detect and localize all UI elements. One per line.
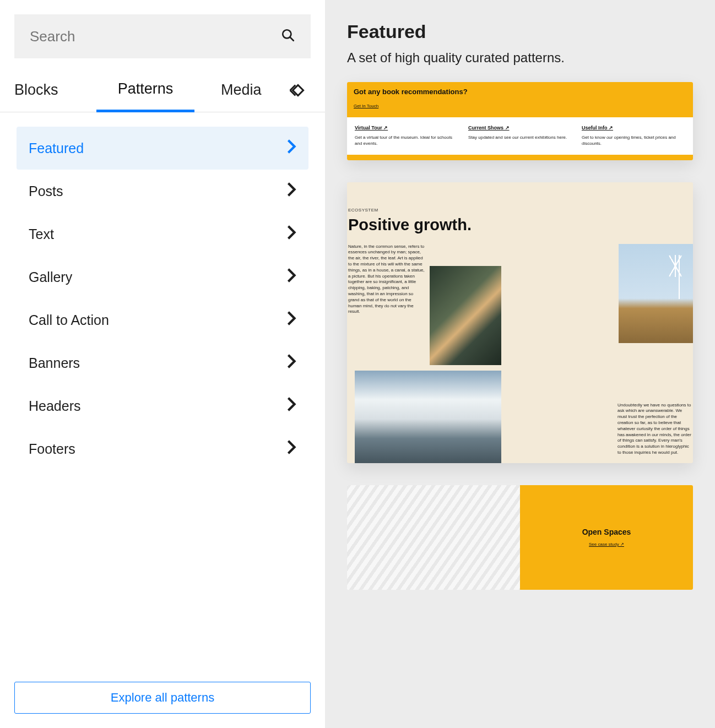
paragraph: Undoubtedly we have no questions to ask … bbox=[618, 403, 692, 456]
overline-label: ECOSYSTEM bbox=[347, 182, 693, 213]
pattern-preview-panel: Featured A set of high quality curated p… bbox=[325, 0, 715, 728]
category-headers[interactable]: Headers bbox=[17, 384, 308, 427]
svg-line-1 bbox=[290, 37, 294, 41]
category-label: Call to Action bbox=[29, 312, 109, 328]
chevron-right-icon bbox=[286, 182, 296, 200]
category-label: Featured bbox=[29, 140, 84, 156]
accent-bar bbox=[347, 155, 693, 160]
category-footers[interactable]: Footers bbox=[17, 427, 308, 470]
image-windmill bbox=[619, 244, 693, 343]
chevron-right-icon bbox=[286, 396, 296, 415]
explore-all-patterns-button[interactable]: Explore all patterns bbox=[14, 682, 311, 714]
column-text: Get to know our opening times, ticket pr… bbox=[582, 135, 685, 147]
image-coast bbox=[355, 371, 501, 463]
preview-subtitle: A set of high quality curated patterns. bbox=[347, 50, 693, 66]
pattern-column: Virtual Tour ↗ Get a virtual tour of the… bbox=[355, 125, 458, 147]
category-label: Posts bbox=[29, 183, 63, 199]
image-forest bbox=[430, 266, 501, 365]
category-posts[interactable]: Posts bbox=[17, 170, 308, 213]
category-featured[interactable]: Featured bbox=[17, 127, 308, 170]
pattern-columns: Virtual Tour ↗ Get a virtual tour of the… bbox=[347, 117, 693, 155]
column-text: Stay updated and see our current exhibit… bbox=[468, 135, 572, 141]
search-input[interactable] bbox=[30, 28, 281, 45]
chevron-right-icon bbox=[286, 439, 296, 458]
cta-question: Got any book recommendations? bbox=[354, 88, 686, 96]
pattern-card-ecosystem[interactable]: ECOSYSTEM Positive growth. Nature, in th… bbox=[347, 182, 693, 463]
explore-container: Explore all patterns bbox=[0, 682, 325, 728]
search-container bbox=[0, 0, 325, 58]
image-abstract-lines bbox=[347, 485, 520, 590]
heading: Open Spaces bbox=[582, 528, 631, 536]
pattern-cta-banner: Got any book recommendations? Get In Tou… bbox=[347, 82, 693, 117]
chevron-right-icon bbox=[286, 311, 296, 329]
pattern-body: Nature, in the common sense, refers to e… bbox=[347, 244, 693, 463]
case-study-link: See case study ↗ bbox=[589, 542, 624, 547]
category-label: Gallery bbox=[29, 269, 72, 285]
category-gallery[interactable]: Gallery bbox=[17, 256, 308, 298]
search-icon bbox=[281, 28, 295, 45]
category-text[interactable]: Text bbox=[17, 213, 308, 256]
preview-title: Featured bbox=[347, 21, 693, 42]
tab-blocks[interactable]: Blocks bbox=[14, 69, 96, 111]
category-banners[interactable]: Banners bbox=[17, 341, 308, 384]
category-call-to-action[interactable]: Call to Action bbox=[17, 298, 308, 341]
cta-link: Get In Touch bbox=[354, 104, 686, 108]
column-heading: Virtual Tour ↗ bbox=[355, 125, 458, 131]
paragraph: Nature, in the common sense, refers to e… bbox=[348, 244, 425, 316]
inserter-sidebar: Blocks Patterns Media Featured Posts Tex… bbox=[0, 0, 325, 728]
pattern-column: Current Shows ↗ Stay updated and see our… bbox=[468, 125, 572, 147]
tab-media[interactable]: Media bbox=[194, 69, 288, 111]
category-label: Text bbox=[29, 226, 54, 242]
column-heading: Useful Info ↗ bbox=[582, 125, 685, 131]
column-text: Get a virtual tour of the museum. Ideal … bbox=[355, 135, 458, 147]
search-box[interactable] bbox=[14, 14, 311, 58]
chevron-right-icon bbox=[286, 354, 296, 372]
chevron-right-icon bbox=[286, 268, 296, 286]
chevron-right-icon bbox=[286, 225, 296, 243]
category-label: Footers bbox=[29, 441, 75, 457]
pattern-text-panel: Open Spaces See case study ↗ bbox=[520, 485, 693, 590]
pattern-card-cta-columns[interactable]: Got any book recommendations? Get In Tou… bbox=[347, 82, 693, 160]
detach-toggle-icon[interactable] bbox=[288, 80, 311, 101]
pattern-categories: Featured Posts Text Gallery Call to Acti… bbox=[0, 112, 325, 682]
tab-patterns[interactable]: Patterns bbox=[96, 68, 195, 112]
pattern-card-open-spaces[interactable]: Open Spaces See case study ↗ bbox=[347, 485, 693, 590]
category-label: Banners bbox=[29, 355, 80, 371]
pattern-column: Useful Info ↗ Get to know our opening ti… bbox=[582, 125, 685, 147]
category-label: Headers bbox=[29, 398, 81, 414]
chevron-right-icon bbox=[286, 139, 296, 157]
inserter-tabs: Blocks Patterns Media bbox=[0, 68, 325, 112]
heading: Positive growth. bbox=[347, 213, 693, 244]
column-heading: Current Shows ↗ bbox=[468, 125, 572, 131]
